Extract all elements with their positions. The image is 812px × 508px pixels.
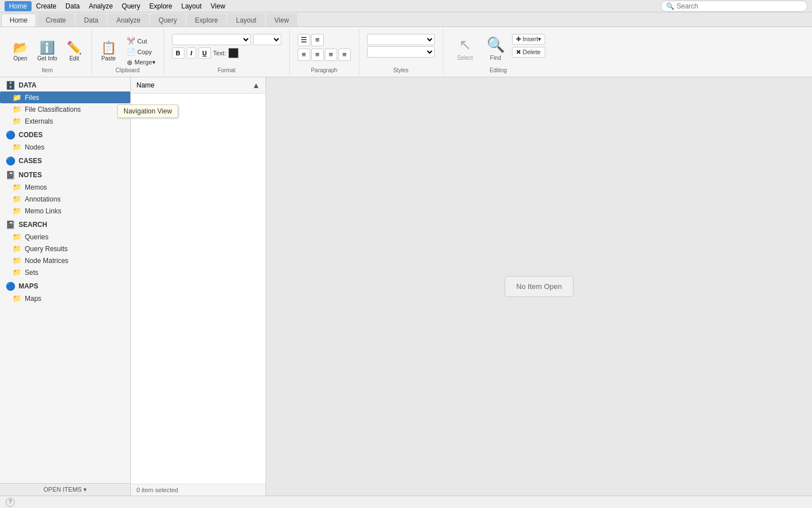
delete-button[interactable]: ✖ Delete: [512, 47, 546, 58]
find-icon: 🔍: [487, 36, 505, 54]
maps-section-icon: 🔵: [6, 282, 15, 291]
merge-button[interactable]: ⊕ Merge▾: [125, 58, 158, 68]
notes-section-icon: 📓: [6, 170, 15, 179]
sidebar-item-memo-links[interactable]: 📁 Memo Links: [0, 205, 130, 217]
unordered-list-button[interactable]: ☰: [298, 34, 310, 46]
format-controls: B I U Text:: [170, 32, 284, 61]
menu-item-home[interactable]: Home: [5, 1, 32, 11]
merge-label: Merge▾: [135, 59, 156, 66]
main-content-area: No Item Open: [266, 77, 812, 496]
underline-button[interactable]: U: [198, 47, 211, 59]
tab-analyze[interactable]: Analyze: [108, 14, 149, 27]
memo-links-icon: 📁: [12, 207, 21, 215]
align-left-button[interactable]: ≡: [298, 49, 310, 61]
search-icon: 🔍: [666, 2, 674, 10]
text-color-picker[interactable]: [228, 48, 239, 58]
sidebar-item-maps[interactable]: 📁 Maps: [0, 292, 130, 304]
style-select-2[interactable]: [367, 46, 435, 58]
tab-view[interactable]: View: [266, 14, 298, 27]
status-bar: ?: [0, 496, 812, 508]
menu-item-layout[interactable]: Layout: [176, 1, 206, 11]
para-list-buttons: ☰ ≡: [298, 34, 351, 46]
tab-create[interactable]: Create: [37, 14, 74, 27]
get-info-button[interactable]: ℹ️ Get Info: [34, 40, 61, 63]
search-bar[interactable]: 🔍: [661, 1, 807, 12]
tab-explore[interactable]: Explore: [187, 14, 227, 27]
sidebar-section-codes[interactable]: 🔵 CODES: [0, 127, 130, 141]
sidebar-item-files[interactable]: 📁 Files: [0, 91, 130, 103]
sidebar-item-queries[interactable]: 📁 Queries: [0, 231, 130, 243]
sidebar-section-maps[interactable]: 🔵 MAPS: [0, 278, 130, 292]
externals-label: Externals: [25, 117, 53, 125]
find-label: Find: [490, 55, 501, 61]
insert-button[interactable]: ✚ Insert▾: [512, 34, 546, 45]
italic-button[interactable]: I: [187, 47, 196, 59]
maps-label: Maps: [25, 295, 41, 303]
cut-button[interactable]: ✂️ Cut: [125, 36, 158, 46]
files-icon: 📁: [12, 93, 21, 102]
sidebar-section-cases[interactable]: 🔵 CASES: [0, 153, 130, 167]
ribbon-group-paragraph: ☰ ≡ ≡ ≡ ≡ ≡ Paragraph: [290, 29, 359, 75]
main-layout: 🗄️ DATA 📁 Files 📁 File Classifications 📁…: [0, 77, 812, 496]
ribbon-group-format: B I U Text: Format: [164, 29, 290, 75]
sidebar-item-sets[interactable]: 📁 Sets: [0, 266, 130, 278]
justify-button[interactable]: ≡: [338, 49, 351, 61]
sidebar-item-annotations[interactable]: 📁 Annotations: [0, 193, 130, 205]
cut-icon: ✂️: [127, 37, 135, 45]
clipboard-small-btns: ✂️ Cut 📄 Copy ⊕ Merge▾: [125, 36, 158, 68]
font-size-select[interactable]: [253, 34, 281, 45]
queries-icon: 📁: [12, 233, 21, 241]
menu-item-query[interactable]: Query: [117, 1, 145, 11]
paste-button[interactable]: 📋 Paste: [98, 40, 120, 63]
list-collapse-button[interactable]: ▲: [252, 81, 260, 90]
sidebar-item-file-classifications[interactable]: 📁 File Classifications: [0, 103, 130, 115]
sidebar-section-data[interactable]: 🗄️ DATA: [0, 77, 130, 91]
info-icon: ℹ️: [39, 42, 55, 54]
list-footer: 0 item selected: [131, 484, 266, 496]
text-label: Text:: [213, 50, 226, 56]
open-items-section[interactable]: OPEN ITEMS ▾: [0, 483, 130, 496]
sidebar-item-nodes[interactable]: 📁 Nodes: [0, 141, 130, 153]
copy-button[interactable]: 📄 Copy: [125, 47, 158, 57]
tab-query[interactable]: Query: [150, 14, 186, 27]
menu-item-view[interactable]: View: [206, 1, 230, 11]
sidebar-section-notes[interactable]: 📓 NOTES: [0, 167, 130, 181]
menu-item-data[interactable]: Data: [61, 1, 84, 11]
codes-section-label: CODES: [19, 131, 43, 139]
search-input[interactable]: [677, 2, 802, 10]
copy-icon: 📄: [127, 48, 135, 56]
edit-label: Edit: [69, 55, 79, 62]
find-button[interactable]: 🔍 Find: [482, 34, 510, 63]
ribbon-group-clipboard: 📋 Paste ✂️ Cut 📄 Copy ⊕ Merge▾: [92, 29, 164, 75]
styles-selects: [365, 32, 437, 60]
align-right-button[interactable]: ≡: [325, 49, 337, 61]
align-center-button[interactable]: ≡: [311, 49, 324, 61]
list-body: [131, 94, 266, 484]
help-icon[interactable]: ?: [6, 498, 15, 507]
sidebar-item-node-matrices[interactable]: 📁 Node Matrices: [0, 255, 130, 266]
sidebar-item-memos[interactable]: 📁 Memos: [0, 181, 130, 193]
queries-label: Queries: [25, 233, 48, 241]
style-select-1[interactable]: [367, 34, 435, 45]
tab-data[interactable]: Data: [76, 14, 107, 27]
select-button[interactable]: ↖ Select: [451, 34, 479, 63]
bold-button[interactable]: B: [172, 47, 184, 59]
open-button[interactable]: 📂 Open: [9, 40, 32, 63]
tab-home[interactable]: Home: [1, 14, 36, 27]
insert-icon: ✚: [516, 36, 521, 43]
delete-label: Delete: [523, 49, 541, 55]
sidebar-section-search[interactable]: 📓 SEARCH: [0, 217, 130, 231]
codes-section-icon: 🔵: [6, 130, 15, 139]
font-family-select[interactable]: [172, 34, 251, 45]
files-label: Files: [25, 94, 39, 102]
ordered-list-button[interactable]: ≡: [311, 34, 324, 46]
menu-item-analyze[interactable]: Analyze: [84, 1, 117, 11]
menu-item-explore[interactable]: Explore: [145, 1, 177, 11]
query-results-icon: 📁: [12, 244, 21, 253]
cases-section-icon: 🔵: [6, 156, 15, 165]
menu-item-create[interactable]: Create: [32, 1, 61, 11]
edit-button[interactable]: ✏️ Edit: [63, 40, 86, 63]
sidebar-item-externals[interactable]: 📁 Externals: [0, 115, 130, 127]
tab-layout[interactable]: Layout: [227, 14, 264, 27]
sidebar-item-query-results[interactable]: 📁 Query Results: [0, 243, 130, 255]
